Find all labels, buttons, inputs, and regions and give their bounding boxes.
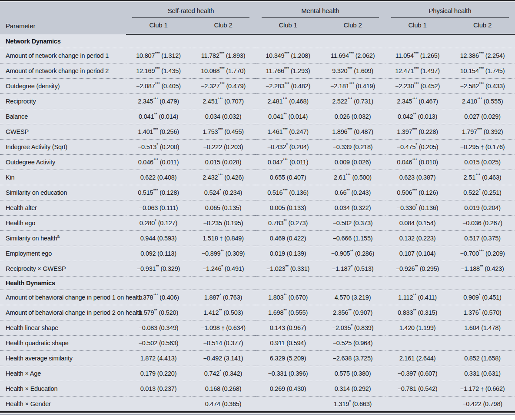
estimate-cell: 2.51*** (0.463) — [450, 170, 515, 185]
parameter-label: Similarity on healtha — [0, 230, 126, 246]
estimate-cell: 1.753*** (0.455) — [191, 124, 256, 139]
parameter-label: Balance — [0, 109, 126, 124]
dagger-marker: † — [219, 235, 223, 242]
estimate-cell: −2.035* (0.839) — [320, 320, 385, 335]
estimate-cell: 10.807*** (1.312) — [126, 48, 191, 63]
table-row: Health × Age0.179 (0.220)0.742* (0.342)−… — [0, 366, 515, 381]
estimate-cell: 0.042** (0.013) — [385, 109, 450, 124]
table-row: Amount of behavioral change in period 2 … — [0, 305, 515, 320]
estimate-cell: −0.899** (0.309) — [191, 246, 256, 261]
estimate-cell: −0.781 (0.542) — [385, 381, 450, 396]
parameter-label: Amount of network change in period 1 — [0, 48, 126, 63]
table-row: Health × Gender0.474 (0.365)1.319* (0.66… — [0, 396, 515, 411]
parameter-label: Health × Gender — [0, 396, 126, 411]
dagger-marker: † — [481, 144, 484, 150]
estimate-cell: −0.422 (0.798) — [450, 396, 515, 411]
estimate-cell: 0.027 (0.029) — [450, 109, 515, 124]
table-row: Reciprocity × GWESP−0.931** (0.329)−1.24… — [0, 261, 515, 276]
estimate-cell: 1.412** (0.503) — [191, 305, 256, 320]
estimate-cell: 0.474 (0.365) — [191, 396, 256, 411]
regression-results-table: Parameter Self-rated health Mental healt… — [0, 2, 515, 411]
estimate-cell: −0.502 (0.373) — [320, 215, 385, 230]
estimate-cell: 0.034 (0.322) — [320, 200, 385, 215]
estimate-cell: 2.481*** (0.468) — [256, 93, 320, 109]
estimate-cell: 11.766*** (1.293) — [256, 63, 320, 78]
parameter-label: Similarity on education — [0, 185, 126, 200]
estimate-cell: −0.222 (0.203) — [191, 139, 256, 154]
estimate-cell: −2.327*** (0.479) — [191, 78, 256, 93]
estimate-cell: 0.909* (0.451) — [450, 290, 515, 305]
estimate-cell: 0.179 (0.220) — [126, 366, 191, 381]
estimate-cell: 12.386*** (2.254) — [450, 48, 515, 63]
column-header-club: Club 2 — [450, 18, 515, 34]
parameter-label: Health average similarity — [0, 350, 126, 366]
estimate-cell: −1.187* (0.513) — [320, 261, 385, 276]
estimate-cell: 1.887* (0.763) — [191, 290, 256, 305]
section-title: Health Dynamics — [0, 276, 515, 290]
estimate-cell: 0.506*** (0.126) — [385, 185, 450, 200]
estimate-cell: 6.329 (5.209) — [256, 350, 320, 366]
parameter-label: Health × Education — [0, 381, 126, 396]
estimate-cell: 0.833** (0.315) — [385, 305, 450, 320]
estimate-cell: 1.803** (0.670) — [256, 290, 320, 305]
estimate-cell: 0.280* (0.127) — [126, 215, 191, 230]
column-header-club: Club 2 — [191, 18, 256, 34]
estimate-cell: 0.019 (0.139) — [256, 246, 320, 261]
table-row: Health quadratic shape−0.502 (0.563)−0.5… — [0, 335, 515, 350]
estimate-cell: 0.783** (0.273) — [256, 215, 320, 230]
estimate-cell: 0.026 (0.032) — [320, 109, 385, 124]
table-row: Similarity on education0.515*** (0.128)0… — [0, 185, 515, 200]
group-header-label: Physical health — [391, 7, 509, 18]
estimate-cell: −0.666 (1.155) — [320, 230, 385, 246]
estimate-cell: 0.046*** (0.011) — [126, 154, 191, 170]
estimate-cell: −0.513* (0.200) — [126, 139, 191, 154]
parameter-label: Health × Age — [0, 366, 126, 381]
estimate-cell: 2.345*** (0.479) — [126, 93, 191, 109]
table-header: Parameter Self-rated health Mental healt… — [0, 2, 515, 34]
table-row: GWESP1.401*** (0.256)1.753*** (0.455)1.4… — [0, 124, 515, 139]
table-row: Amount of network change in period 110.8… — [0, 48, 515, 63]
estimate-cell: −0.905** (0.286) — [320, 246, 385, 261]
estimate-cell: 0.911 (0.594) — [256, 335, 320, 350]
parameter-label: Reciprocity × GWESP — [0, 261, 126, 276]
table-row: Outdegree Activity0.046*** (0.011)0.015 … — [0, 154, 515, 170]
table-bottom-gray-rule — [0, 414, 515, 415]
estimate-cell: −2.582*** (0.433) — [450, 78, 515, 93]
estimate-cell — [385, 335, 450, 350]
estimate-cell: 12.169*** (1.435) — [126, 63, 191, 78]
estimate-cell: −0.339 (0.218) — [320, 139, 385, 154]
estimate-cell: 0.314 (0.292) — [320, 381, 385, 396]
estimate-cell: 0.015 (0.025) — [450, 154, 515, 170]
table-row: Reciprocity2.345*** (0.479)2.451*** (0.7… — [0, 93, 515, 109]
estimate-cell: 1.461*** (0.247) — [256, 124, 320, 139]
estimate-cell: −2.230*** (0.452) — [385, 78, 450, 93]
estimate-cell: 0.065 (0.135) — [191, 200, 256, 215]
estimate-cell: 0.944 (0.593) — [126, 230, 191, 246]
estimate-cell: 0.622 (0.408) — [126, 170, 191, 185]
group-header-physical-health: Physical health — [385, 2, 515, 18]
estimate-cell: 0.516*** (0.136) — [256, 185, 320, 200]
estimate-cell: 1.112** (0.411) — [385, 290, 450, 305]
table-row: Amount of behavioral change in period 1 … — [0, 290, 515, 305]
column-header-club: Club 1 — [256, 18, 320, 34]
table-row: Balance0.041** (0.014)0.034 (0.032)0.041… — [0, 109, 515, 124]
estimate-cell: 2.161 (2.644) — [385, 350, 450, 366]
estimate-cell: 1.420 (1.199) — [385, 320, 450, 335]
estimate-cell: 1.397*** (0.228) — [385, 124, 450, 139]
table-row: Health average similarity1.872 (4.413)−0… — [0, 350, 515, 366]
estimate-cell: 0.515*** (0.128) — [126, 185, 191, 200]
dagger-marker: † — [481, 386, 484, 392]
estimate-cell: 2.345*** (0.467) — [385, 93, 450, 109]
estimate-cell: 1.376* (0.570) — [450, 305, 515, 320]
parameter-label: Outdegree (density) — [0, 78, 126, 93]
estimate-cell: 0.742* (0.342) — [191, 366, 256, 381]
estimate-cell: 11.694*** (2.062) — [320, 48, 385, 63]
estimate-cell: 0.269 (0.430) — [256, 381, 320, 396]
table-row: Outdegree (density)−2.087*** (0.405)−2.3… — [0, 78, 515, 93]
estimate-cell: 1.604 (1.478) — [450, 320, 515, 335]
table-row: Employment ego0.092 (0.113)−0.899** (0.3… — [0, 246, 515, 261]
table-row: Amount of network change in period 212.1… — [0, 63, 515, 78]
estimate-cell — [256, 396, 320, 411]
estimate-cell: 0.852 (1.658) — [450, 350, 515, 366]
estimate-cell: −2.283*** (0.482) — [256, 78, 320, 93]
